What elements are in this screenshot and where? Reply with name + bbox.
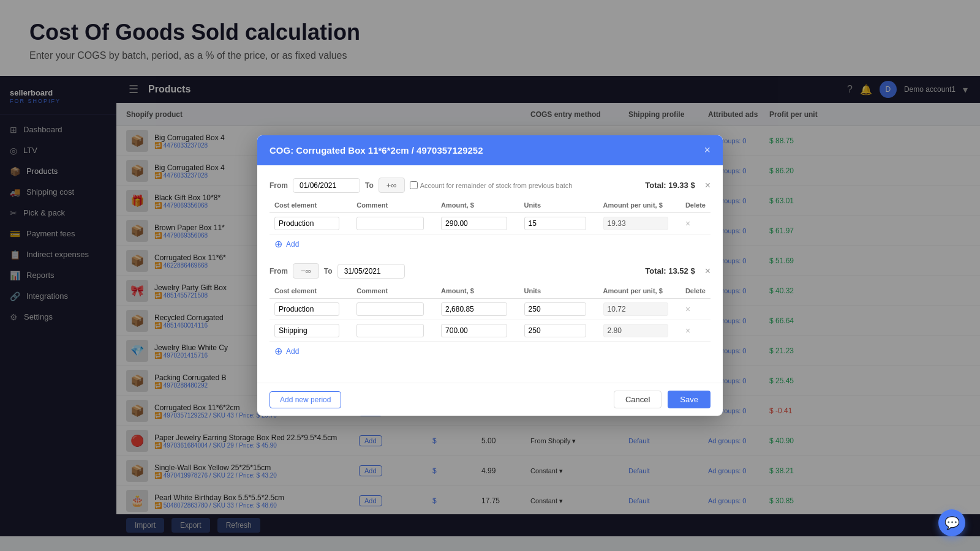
cost-table-row: × xyxy=(270,320,710,342)
modal-header: COG: Corrugated Box 11*6*2cm / 497035712… xyxy=(257,135,723,165)
col-cost-element: Cost element xyxy=(270,198,352,213)
cancel-button[interactable]: Cancel xyxy=(614,391,662,408)
delete-row-button[interactable]: × xyxy=(685,304,690,314)
footer-actions: Cancel Save xyxy=(614,391,710,408)
add-new-period-button[interactable]: Add new period xyxy=(270,391,341,408)
period-1-add-label: Add xyxy=(286,240,299,249)
chat-bubble[interactable]: 💬 xyxy=(938,509,965,536)
from-date-1[interactable] xyxy=(293,178,360,193)
delete-row-button[interactable]: × xyxy=(685,326,690,335)
units-input[interactable] xyxy=(524,324,587,337)
col-cost-element-2: Cost element xyxy=(270,283,352,299)
save-button[interactable]: Save xyxy=(668,391,710,408)
add-icon-1: ⊕ xyxy=(274,238,282,250)
period-1-total: Total: 19.33 $ xyxy=(645,181,695,190)
period-2-add-row[interactable]: ⊕ Add xyxy=(270,342,710,361)
cost-element-input[interactable] xyxy=(274,302,339,316)
col-units: Units xyxy=(519,198,598,213)
delete-row-button[interactable]: × xyxy=(685,219,690,228)
cost-table-row: × xyxy=(270,299,710,320)
period-2-total: Total: 13.52 $ xyxy=(645,266,695,276)
amount-per-unit-display xyxy=(603,302,668,316)
cog-modal: COG: Corrugated Box 11*6*2cm / 497035712… xyxy=(257,135,723,416)
period-1-add-row[interactable]: ⊕ Add xyxy=(270,234,710,253)
col-delete-2: Delete xyxy=(680,283,710,299)
period-2-add-label: Add xyxy=(286,347,299,356)
modal-body: From To +∞ Account for remainder of stoc… xyxy=(257,165,723,383)
modal-footer: Add new period Cancel Save xyxy=(257,383,723,416)
to-infinity-1: +∞ xyxy=(379,178,405,193)
col-comment: Comment xyxy=(352,198,436,213)
units-input[interactable] xyxy=(524,302,587,316)
amount-input[interactable] xyxy=(441,302,507,316)
cost-table-row: × xyxy=(270,213,710,234)
period-2-close-button[interactable]: × xyxy=(705,266,710,277)
col-amount: Amount, $ xyxy=(436,198,519,213)
modal-overlay[interactable]: COG: Corrugated Box 11*6*2cm / 497035712… xyxy=(0,0,980,536)
comment-input[interactable] xyxy=(356,324,424,337)
col-amount-2: Amount, $ xyxy=(436,283,519,299)
from-infinity-2: −∞ xyxy=(293,263,319,279)
comment-input[interactable] xyxy=(356,302,424,316)
period-2-section: From −∞ To Total: 13.52 $ × Cost element… xyxy=(270,263,710,361)
col-amount-per-unit: Amount per unit, $ xyxy=(598,198,680,213)
to-date-2[interactable] xyxy=(337,264,405,279)
period-1-close-button[interactable]: × xyxy=(705,180,710,191)
col-delete: Delete xyxy=(680,198,710,213)
from-label-2: From xyxy=(270,267,288,276)
comment-input[interactable] xyxy=(356,217,424,230)
amount-input[interactable] xyxy=(441,324,507,337)
period-1-cost-table: Cost element Comment Amount, $ Units Amo… xyxy=(270,198,710,234)
modal-close-button[interactable]: × xyxy=(704,144,710,157)
from-label-1: From xyxy=(270,181,288,190)
period-2-cost-table: Cost element Comment Amount, $ Units Amo… xyxy=(270,283,710,342)
period-1-section: From To +∞ Account for remainder of stoc… xyxy=(270,178,710,253)
amount-per-unit-display xyxy=(603,217,668,230)
col-amount-per-unit-2: Amount per unit, $ xyxy=(598,283,680,299)
cost-element-input[interactable] xyxy=(274,217,339,230)
amount-input[interactable] xyxy=(441,217,507,230)
cost-element-input[interactable] xyxy=(274,324,339,337)
to-label-2: To xyxy=(324,267,333,276)
amount-per-unit-display xyxy=(603,324,668,337)
to-label-1: To xyxy=(365,181,374,190)
modal-title: COG: Corrugated Box 11*6*2cm / 497035712… xyxy=(270,145,483,156)
col-units-2: Units xyxy=(519,283,598,299)
checkbox-label-1: Account for remainder of stock from prev… xyxy=(410,181,573,189)
add-icon-2: ⊕ xyxy=(274,345,282,357)
remainder-checkbox[interactable] xyxy=(410,181,418,189)
col-comment-2: Comment xyxy=(352,283,436,299)
units-input[interactable] xyxy=(524,217,587,230)
